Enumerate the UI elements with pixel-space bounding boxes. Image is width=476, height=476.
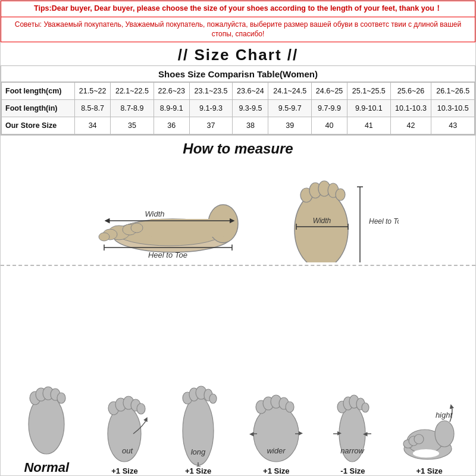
- size-table: Foot length(cm) 21.5~22 22.1~22.5 22.6~2…: [1, 82, 475, 134]
- svg-text:Width: Width: [313, 217, 331, 225]
- foot-item-long: long +1 Size: [174, 380, 222, 475]
- table-cell: 39: [268, 117, 312, 134]
- svg-text:Heel to Toe: Heel to Toe: [148, 250, 187, 259]
- top-foot-svg: Width Heel to Toe: [268, 164, 399, 262]
- table-cell: 42: [390, 117, 431, 134]
- narrow-size: -1 Size: [340, 466, 365, 475]
- row-header: Foot length(in): [2, 100, 75, 117]
- how-to-measure-title: How to measure: [1, 136, 475, 159]
- table-title: Shoes Size Comparisn Table(Women): [1, 66, 475, 82]
- svg-text:narrow: narrow: [341, 446, 365, 455]
- table-section: Shoes Size Comparisn Table(Women) Foot l…: [1, 66, 475, 135]
- foot-types-section: Normal out: [1, 265, 475, 475]
- table-cell: 38: [233, 117, 268, 134]
- svg-rect-3: [149, 219, 226, 237]
- table-cell: 25.1~25.5: [347, 83, 391, 100]
- foot-hight-svg: hight: [401, 389, 458, 466]
- table-cell: 9.1-9.3: [189, 100, 233, 117]
- table-cell: 8.9-9.1: [154, 100, 189, 117]
- table-cell: 25.6~26: [390, 83, 431, 100]
- table-cell: 9.5-9.7: [268, 100, 312, 117]
- foot-out-svg: out: [101, 389, 148, 466]
- table-cell: 37: [189, 117, 233, 134]
- foot-wider-svg: wider: [248, 389, 305, 466]
- table-cell: 10.1-10.3: [390, 100, 431, 117]
- foot-item-hight: hight +1 Size: [401, 389, 458, 475]
- svg-text:Width: Width: [145, 209, 164, 218]
- table-cell: 23.1~23.5: [189, 83, 233, 100]
- table-cell: 23.6~24: [233, 83, 268, 100]
- table-cell: 26.1~26.5: [431, 83, 475, 100]
- table-cell: 8.7-8.9: [111, 100, 154, 117]
- table-cell: 22.1~22.5: [111, 83, 154, 100]
- table-cell: 24.1~24.5: [268, 83, 312, 100]
- row-header: Our Store Size: [2, 117, 75, 134]
- foot-item-out: out +1 Size: [101, 389, 148, 475]
- table-cell: 9.7-9.9: [311, 100, 347, 117]
- out-size: +1 Size: [111, 466, 137, 475]
- table-cell: 36: [154, 117, 189, 134]
- svg-point-61: [362, 403, 369, 412]
- svg-point-8: [99, 233, 109, 241]
- table-cell: 22.6~23: [154, 83, 189, 100]
- svg-point-65: [435, 421, 454, 447]
- table-cell: 24.6~25: [311, 83, 347, 100]
- tips-en: Tips:Dear buyer, Dear buyer, please choo…: [1, 1, 475, 17]
- foot-narrow-svg: narrow: [330, 389, 375, 466]
- table-cell: 40: [311, 117, 347, 134]
- top-view-diagram: Width Heel to Toe: [268, 164, 399, 262]
- svg-text:out: out: [122, 446, 133, 455]
- svg-point-40: [137, 403, 145, 414]
- foot-normal-svg: [18, 377, 75, 460]
- hight-size: +1 Size: [416, 466, 442, 475]
- table-cell: 9.9-10.1: [347, 100, 391, 117]
- svg-point-47: [209, 394, 217, 403]
- table-row: Foot length(cm) 21.5~22 22.1~22.5 22.6~2…: [2, 83, 475, 100]
- foot-long-svg: long: [174, 380, 222, 466]
- svg-text:Heel to Toe: Heel to Toe: [369, 217, 399, 226]
- svg-point-34: [57, 393, 65, 403]
- normal-label: Normal: [24, 460, 69, 475]
- row-header: Foot length(cm): [2, 83, 75, 100]
- side-view-diagram: Width Heel to Toe: [77, 164, 244, 259]
- svg-text:wider: wider: [267, 446, 286, 455]
- wider-size: +1 Size: [263, 466, 289, 475]
- svg-point-69: [414, 434, 424, 444]
- page-wrapper: Tips:Dear buyer, Dear buyer, please choo…: [0, 0, 476, 476]
- foot-item-wider: wider +1 Size: [248, 389, 305, 475]
- size-chart-title: // Size Chart //: [1, 42, 475, 66]
- table-cell: 41: [347, 117, 391, 134]
- table-cell: 21.5~22: [75, 83, 111, 100]
- table-row: Our Store Size 34 35 36 37 38 39 40 41 4…: [2, 117, 475, 134]
- table-cell: 8.5-8.7: [75, 100, 111, 117]
- table-cell: 9.3-9.5: [233, 100, 268, 117]
- side-foot-svg: Width Heel to Toe: [77, 164, 244, 259]
- svg-point-54: [286, 402, 294, 412]
- svg-point-66: [413, 449, 439, 458]
- table-cell: 10.3-10.5: [431, 100, 475, 117]
- table-cell: 43: [431, 117, 475, 134]
- svg-point-7: [131, 223, 143, 233]
- how-to-measure-section: How to measure: [1, 135, 475, 475]
- table-cell: 34: [75, 117, 111, 134]
- tips-ru: Советы: Уважаемый покупатель, Уважаемый …: [1, 17, 475, 43]
- table-cell: 35: [111, 117, 154, 134]
- table-row: Foot length(in) 8.5-8.7 8.7-8.9 8.9-9.1 …: [2, 100, 475, 117]
- svg-point-20: [336, 189, 345, 201]
- foot-item-normal: Normal: [18, 377, 75, 475]
- foot-item-narrow: narrow -1 Size: [330, 389, 375, 475]
- svg-text:hight: hight: [436, 411, 453, 419]
- diagrams-row: Width Heel to Toe: [1, 159, 475, 265]
- svg-text:long: long: [191, 447, 206, 456]
- long-size: +1 Size: [185, 466, 211, 475]
